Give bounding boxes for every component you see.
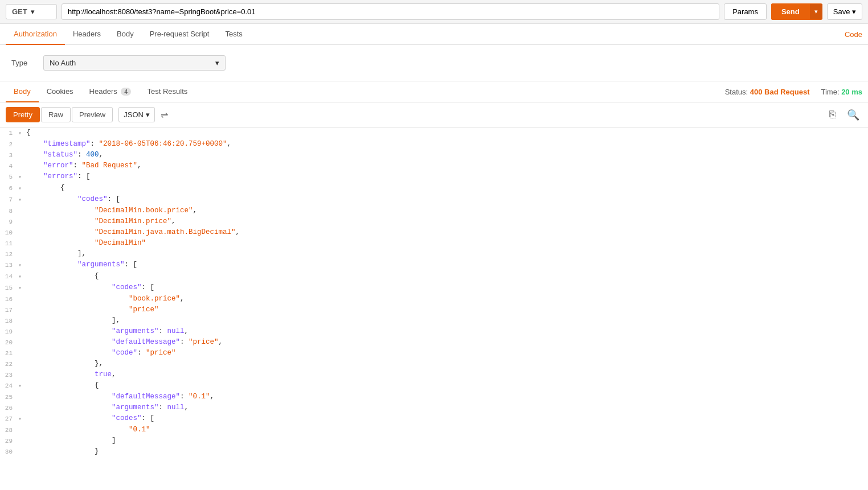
line-number: 13 [0, 260, 18, 270]
code-content: true, [26, 369, 868, 380]
code-content: } [26, 446, 868, 456]
fold-button[interactable]: ▾ [18, 380, 26, 392]
code-content: "codes": [ [26, 413, 868, 423]
code-line: 9 "DecimalMin.price", [0, 216, 868, 227]
line-number: 16 [0, 294, 18, 304]
fold-button[interactable]: ▾ [18, 271, 26, 282]
fold-button [18, 249, 26, 250]
tab-authorization[interactable]: Authorization [6, 24, 65, 45]
url-input[interactable] [62, 3, 719, 20]
fold-button[interactable]: ▾ [18, 260, 26, 271]
line-number: 1 [0, 127, 18, 138]
code-line: 29 ] [0, 435, 868, 446]
line-number: 24 [0, 380, 18, 391]
line-number: 27 [0, 413, 18, 424]
line-number: 7 [0, 194, 18, 205]
code-line: 28 "0.1" [0, 425, 868, 435]
code-line: 1▾{ [0, 127, 868, 139]
resp-tab-cookies[interactable]: Cookies [39, 81, 81, 102]
line-number: 4 [0, 160, 18, 171]
line-number: 28 [0, 425, 18, 435]
send-dropdown-button[interactable]: ▾ [810, 4, 822, 19]
fold-button [18, 160, 26, 162]
tab-body[interactable]: Body [109, 24, 142, 45]
fold-button[interactable]: ▾ [18, 171, 26, 183]
code-content: }, [26, 359, 868, 369]
code-content: ], [26, 249, 868, 259]
json-format-select[interactable]: JSON ▾ [118, 107, 155, 122]
response-status: Status: 400 Bad Request Time: 20 ms [725, 82, 862, 102]
fold-button[interactable]: ▾ [18, 127, 26, 139]
method-select[interactable]: GET ▾ [6, 4, 57, 19]
fold-button [18, 392, 26, 393]
pretty-button[interactable]: Pretty [6, 107, 40, 122]
response-tabs: Body Cookies Headers 4 Test Results Stat… [0, 81, 868, 102]
time-label: Time: 20 ms [821, 88, 862, 96]
code-line: 22 }, [0, 359, 868, 369]
fold-button[interactable]: ▾ [18, 183, 26, 194]
code-line: 18 ], [0, 315, 868, 326]
tab-tests[interactable]: Tests [217, 24, 250, 45]
code-line: 8 "DecimalMin.book.price", [0, 205, 868, 216]
code-line: 14▾ { [0, 271, 868, 282]
line-number: 6 [0, 183, 18, 193]
code-line: 12 ], [0, 249, 868, 260]
save-button[interactable]: Save ▾ [827, 3, 862, 20]
code-line: 30 } [0, 446, 868, 457]
fold-button [18, 326, 26, 327]
line-number: 29 [0, 435, 18, 446]
code-line: 21 "code": "price" [0, 348, 868, 359]
top-bar: GET ▾ Params Send ▾ Save ▾ [0, 0, 868, 24]
params-button[interactable]: Params [724, 3, 767, 20]
copy-icon[interactable]: ⎘ [826, 108, 838, 122]
json-format-label: JSON [124, 110, 144, 119]
code-line: 10 "DecimalMin.java.math.BigDecimal", [0, 227, 868, 238]
code-line: 17 "price" [0, 304, 868, 315]
fold-button [18, 216, 26, 217]
resp-tab-headers[interactable]: Headers 4 [81, 81, 140, 102]
raw-button[interactable]: Raw [41, 107, 71, 122]
code-line: 23 true, [0, 369, 868, 380]
fold-button[interactable]: ▾ [18, 194, 26, 205]
fold-button [18, 315, 26, 316]
send-button[interactable]: Send [771, 3, 810, 20]
format-bar: Pretty Raw Preview JSON ▾ ⇌ ⎘ 🔍 [0, 102, 868, 127]
line-number: 8 [0, 205, 18, 216]
fold-button [18, 402, 26, 403]
tab-headers[interactable]: Headers [65, 24, 109, 45]
line-number: 22 [0, 359, 18, 369]
resp-tab-body[interactable]: Body [6, 81, 39, 102]
code-content: ], [26, 457, 868, 458]
code-content: "arguments": null, [26, 326, 868, 336]
line-number: 23 [0, 369, 18, 380]
resp-tab-test-results[interactable]: Test Results [139, 81, 195, 102]
preview-button[interactable]: Preview [72, 107, 113, 122]
fold-button [18, 294, 26, 295]
method-label: GET [12, 7, 27, 16]
fold-button[interactable]: ▾ [18, 282, 26, 294]
wrap-icon[interactable]: ⇌ [161, 109, 168, 120]
code-line: 19 "arguments": null, [0, 326, 868, 337]
time-value: 20 ms [841, 88, 862, 96]
fold-button[interactable]: ▾ [18, 413, 26, 425]
code-content: "0.1" [26, 425, 868, 435]
tab-pre-request-script[interactable]: Pre-request Script [142, 24, 218, 45]
auth-type-select[interactable]: No Auth ▾ [43, 55, 226, 71]
response-body-code[interactable]: 1▾{2 "timestamp": "2018-06-05T06:46:20.7… [0, 127, 868, 458]
fold-button [18, 304, 26, 306]
line-number: 3 [0, 150, 18, 160]
line-number: 12 [0, 249, 18, 260]
code-content: { [26, 183, 868, 193]
code-line: 25 "defaultMessage": "0.1", [0, 392, 868, 402]
code-content: "DecimalMin" [26, 238, 868, 248]
fold-button [18, 457, 26, 458]
code-content: "timestamp": "2018-06-05T06:46:20.759+00… [26, 139, 868, 149]
code-link[interactable]: Code [845, 24, 862, 44]
code-line: 11 "DecimalMin" [0, 238, 868, 249]
json-format-chevron-icon: ▾ [146, 110, 150, 119]
code-content: "DecimalMin.price", [26, 216, 868, 227]
code-content: "arguments": null, [26, 402, 868, 413]
search-icon[interactable]: 🔍 [844, 108, 862, 122]
code-line: 16 "book.price", [0, 294, 868, 304]
line-number: 11 [0, 238, 18, 249]
